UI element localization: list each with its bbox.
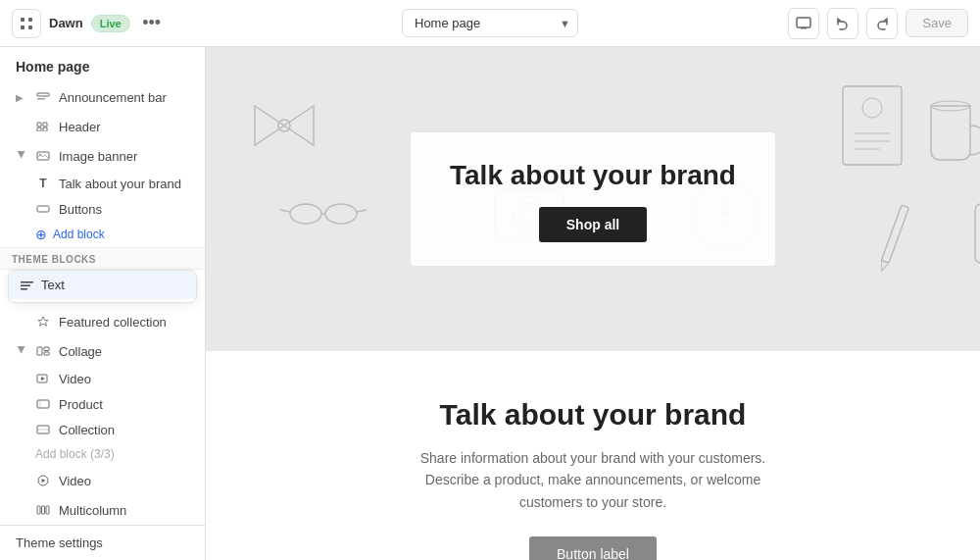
sidebar-item-featured-collection[interactable]: ▶ Featured collection xyxy=(0,307,205,336)
expand-icon: ▶ xyxy=(17,345,27,357)
product-label: Product xyxy=(59,397,189,412)
svg-rect-11 xyxy=(43,127,47,131)
svg-rect-5 xyxy=(801,27,807,29)
sidebar-item-collection[interactable]: Collection xyxy=(35,417,205,442)
page-select-wrapper: Home page About Contact Products ▼ xyxy=(402,9,578,37)
svg-marker-29 xyxy=(42,479,46,483)
brand-description: Share information about your brand with … xyxy=(407,447,779,513)
brand-section: Talk about your brand Share information … xyxy=(206,351,980,560)
expand-icon: ▶ xyxy=(17,150,27,162)
brand-title: Talk about your brand xyxy=(245,398,941,432)
sidebar-item-image-banner[interactable]: ▶ Image banner xyxy=(0,141,205,171)
site-name: Dawn xyxy=(49,16,83,30)
svg-rect-30 xyxy=(37,506,40,514)
image-banner-icon xyxy=(35,148,51,164)
svg-rect-10 xyxy=(37,127,41,131)
collage-children: Video Product Collection xyxy=(0,366,205,442)
image-banner-label: Image banner xyxy=(59,149,189,164)
announcement-bar-icon xyxy=(35,89,51,105)
hero-banner: Talk about your brand Shop all xyxy=(206,47,980,351)
collage-label: Collage xyxy=(59,344,189,359)
buttons-icon xyxy=(35,201,51,217)
live-badge: Live xyxy=(91,15,130,32)
svg-rect-16 xyxy=(21,284,30,286)
featured-collection-label: Featured collection xyxy=(59,315,189,330)
svg-rect-24 xyxy=(37,400,49,408)
theme-block-button[interactable]: Button xyxy=(9,299,196,303)
featured-collection-icon xyxy=(35,314,51,330)
sidebar-item-header[interactable]: ▶ Header xyxy=(0,112,205,141)
sidebar-item-talk-about-brand[interactable]: T Talk about your brand xyxy=(35,171,205,196)
video-section-label: Video xyxy=(59,474,189,488)
text-block-label: Text xyxy=(41,278,65,292)
sidebar-item-video-section[interactable]: ▶ Video xyxy=(0,466,205,495)
add-block-count-label: Add block (3/3) xyxy=(35,447,115,461)
theme-block-text[interactable]: Text xyxy=(9,271,196,299)
talk-about-brand-label: Talk about your brand xyxy=(59,177,189,191)
svg-rect-1 xyxy=(28,18,32,22)
topbar-left: Dawn Live ••• xyxy=(12,9,325,38)
undo-button[interactable] xyxy=(827,8,858,39)
header-icon xyxy=(35,119,51,134)
svg-rect-0 xyxy=(21,18,24,22)
hero-overlay: Talk about your brand Shop all xyxy=(411,132,775,266)
collection-label: Collection xyxy=(59,423,189,437)
svg-rect-6 xyxy=(37,93,49,96)
theme-block-popup: Text Button xyxy=(8,270,197,303)
menu-grid-button[interactable] xyxy=(12,9,41,38)
svg-rect-14 xyxy=(37,206,49,212)
brand-button[interactable]: Button label xyxy=(529,536,657,560)
redo-button[interactable] xyxy=(866,8,898,39)
add-block-label: Add block xyxy=(53,228,105,241)
sidebar-item-announcement-bar[interactable]: ▶ Announcement bar xyxy=(0,82,205,112)
svg-rect-9 xyxy=(43,123,47,127)
sidebar-item-product[interactable]: Product xyxy=(35,391,205,417)
svg-rect-2 xyxy=(21,25,24,29)
expand-icon: ▶ xyxy=(16,92,27,103)
svg-rect-4 xyxy=(797,18,810,27)
device-preview-button[interactable] xyxy=(788,8,819,39)
product-icon xyxy=(35,396,51,412)
video-icon xyxy=(35,371,51,386)
sidebar-item-collage[interactable]: ▶ Collage xyxy=(0,336,205,366)
hero-shop-button[interactable]: Shop all xyxy=(539,207,647,242)
text-icon: T xyxy=(35,176,51,191)
sidebar-item-video[interactable]: Video xyxy=(35,366,205,391)
announcement-bar-label: Announcement bar xyxy=(59,90,189,105)
svg-marker-23 xyxy=(41,377,45,381)
svg-rect-20 xyxy=(44,347,49,351)
svg-rect-8 xyxy=(37,123,41,127)
plus-icon: ⊕ xyxy=(35,227,47,242)
collage-icon xyxy=(35,343,51,359)
svg-rect-17 xyxy=(21,288,27,290)
page-select[interactable]: Home page About Contact Products xyxy=(402,9,578,37)
main-layout: Home page ▶ Announcement bar ▶ Header ▶ … xyxy=(0,47,980,560)
sidebar-item-multicolumn[interactable]: ▶ Multicolumn xyxy=(0,495,205,525)
sidebar-item-buttons[interactable]: Buttons xyxy=(35,196,205,222)
sidebar-title: Home page xyxy=(0,47,205,82)
svg-rect-31 xyxy=(42,506,45,514)
video-label: Video xyxy=(59,372,189,386)
theme-settings-bar[interactable]: Theme settings xyxy=(0,525,205,560)
svg-rect-21 xyxy=(44,352,49,355)
more-options-button[interactable]: ••• xyxy=(138,10,166,37)
svg-rect-3 xyxy=(28,25,32,29)
save-button[interactable]: Save xyxy=(906,9,968,37)
hero-title: Talk about your brand xyxy=(450,160,736,191)
topbar-center: Home page About Contact Products ▼ xyxy=(333,9,647,37)
theme-blocks-label: THEME BLOCKS xyxy=(0,247,205,270)
add-block-count: Add block (3/3) xyxy=(0,442,205,466)
collection-icon xyxy=(35,422,51,437)
multicolumn-label: Multicolumn xyxy=(59,503,189,518)
buttons-label: Buttons xyxy=(59,202,189,217)
svg-rect-7 xyxy=(37,98,45,100)
topbar-right: Save xyxy=(655,8,968,39)
svg-rect-19 xyxy=(37,347,42,355)
svg-rect-32 xyxy=(46,506,49,514)
video-section-icon xyxy=(35,473,51,488)
header-label: Header xyxy=(59,120,189,134)
sidebar: Home page ▶ Announcement bar ▶ Header ▶ … xyxy=(0,47,206,560)
topbar: Dawn Live ••• Home page About Contact Pr… xyxy=(0,0,980,47)
add-block-button[interactable]: ⊕ Add block xyxy=(0,222,205,247)
image-banner-children: T Talk about your brand Buttons xyxy=(0,171,205,222)
